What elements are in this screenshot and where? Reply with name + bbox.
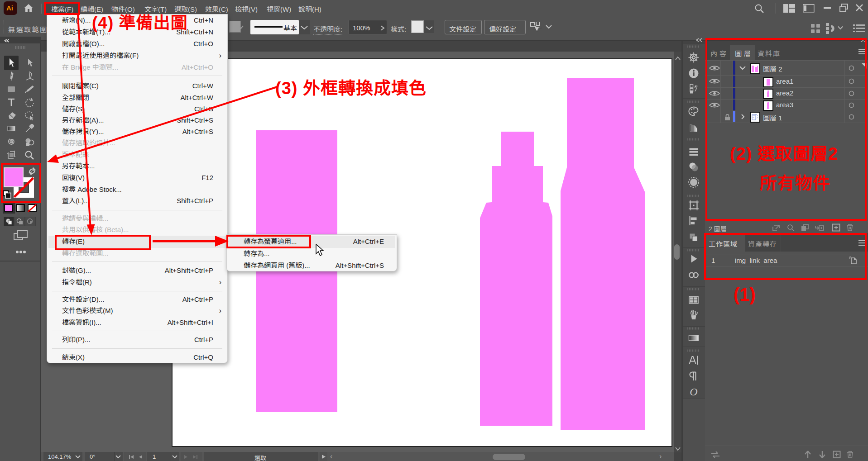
svg-text:O: O [690, 386, 697, 398]
